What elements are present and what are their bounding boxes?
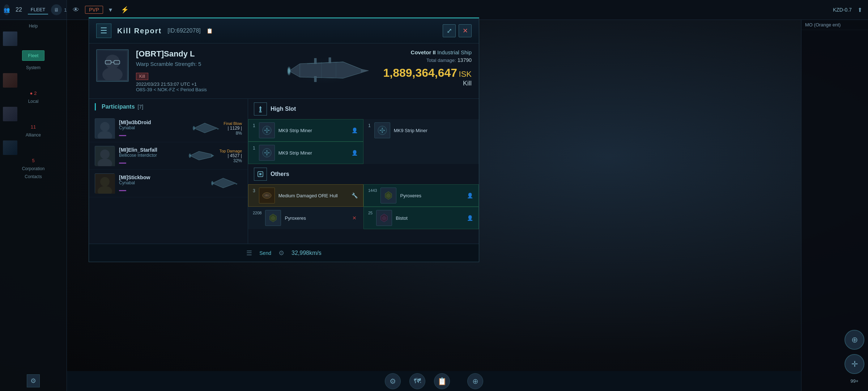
top-bar: 👁 PVP ▾ ⚡ KZD-0.7 ⬆ bbox=[67, 0, 868, 20]
faction-bar-2 bbox=[119, 163, 126, 164]
settings-icon[interactable]: ⚙ bbox=[27, 374, 40, 387]
participants-header: Participants [7] bbox=[89, 99, 248, 115]
pyroxeres-icon-1 bbox=[380, 188, 396, 203]
equip-qty-2: 1 bbox=[253, 145, 255, 151]
equip-action-wrench[interactable]: 🔧 bbox=[350, 191, 359, 200]
equip-action-x-pyr2[interactable]: ✕ bbox=[350, 214, 359, 222]
zoom-in-btn[interactable]: ⊕ bbox=[844, 330, 864, 350]
pvp-badge[interactable]: PVP bbox=[85, 6, 103, 14]
others-grid: 3 Medium Damaged ORE Hull 🔧 1443 bbox=[248, 184, 479, 229]
equip-item-strip-1[interactable]: 1 MK9 Strip Miner 👤 bbox=[248, 119, 363, 142]
equip-action-person-2[interactable]: 👤 bbox=[350, 148, 359, 157]
participant-row-1[interactable]: [MI]w3bDroid Cynabal Final Blow | 1129 bbox=[89, 115, 248, 142]
footer-speed: 32,998km/s bbox=[292, 250, 322, 256]
sidebar-player-row-3 bbox=[0, 105, 67, 123]
local-count: ● bbox=[30, 91, 33, 96]
total-damage-label: Total damage: bbox=[426, 58, 456, 63]
equip-action-person-1[interactable]: 👤 bbox=[350, 126, 359, 135]
equip-action-person-pyr1[interactable]: 👤 bbox=[465, 191, 474, 200]
participant-name-2: [MI]Elin_Starfall bbox=[119, 147, 184, 153]
bistot-icon bbox=[376, 210, 392, 226]
fleet-button[interactable]: Fleet bbox=[22, 50, 45, 61]
ore-hull-icon bbox=[259, 188, 275, 203]
equip-item-pyroxeres-2[interactable]: 2208 Pyroxeres ✕ bbox=[248, 207, 363, 229]
participant-name-3: [MI]Stickbow bbox=[119, 175, 206, 180]
bottom-icon-4[interactable]: ⊕ bbox=[467, 373, 483, 389]
participant-avatar-2 bbox=[95, 146, 115, 166]
export-button[interactable]: ⤢ bbox=[443, 24, 456, 37]
equip-name-strip-1: MK9 Strip Miner bbox=[278, 128, 346, 133]
pct-1: 8% bbox=[224, 131, 242, 136]
equip-action-person-bistot[interactable]: 👤 bbox=[465, 214, 474, 222]
players-count: 22 bbox=[13, 5, 25, 14]
corporation-count-val: 5 bbox=[32, 158, 34, 163]
svg-point-17 bbox=[100, 150, 110, 159]
pyroxeres-icon-2 bbox=[265, 210, 281, 226]
fleet-tab[interactable]: FLEET bbox=[28, 5, 48, 14]
system-label[interactable]: System bbox=[0, 64, 67, 72]
ship-class-label: Industrial Ship bbox=[437, 49, 472, 55]
equip-item-strip-r1[interactable]: 1 MK9 Strip Miner bbox=[363, 119, 479, 142]
sidebar-top-bar: 👥 22 FLEET 🖥 12 ✕ bbox=[0, 0, 67, 20]
participants-label: Participants bbox=[102, 104, 135, 110]
navigate-btn[interactable]: ✛ bbox=[844, 354, 864, 374]
bottom-icon-3[interactable]: 📋 bbox=[434, 373, 450, 389]
equip-item-ore-hull[interactable]: 3 Medium Damaged ORE Hull 🔧 bbox=[248, 184, 363, 207]
participant-avatar-3 bbox=[95, 173, 115, 193]
equip-item-strip-2[interactable]: 1 MK9 Strip Miner 👤 bbox=[248, 142, 363, 164]
copy-id-icon[interactable]: 📋 bbox=[207, 28, 213, 34]
svg-point-1 bbox=[105, 55, 120, 69]
svg-point-27 bbox=[265, 129, 268, 132]
send-button[interactable]: Send bbox=[259, 250, 271, 256]
victim-avatar bbox=[96, 49, 129, 82]
equip-name-ore: Medium Damaged ORE Hull bbox=[278, 193, 346, 198]
equip-qty-1: 1 bbox=[253, 122, 255, 129]
participant-row-2[interactable]: [MI]Elin_Starfall Bellicose Interdictor … bbox=[89, 142, 248, 170]
strip-miner-icon-2 bbox=[259, 145, 275, 161]
pct-2: 32% bbox=[220, 158, 242, 163]
bottom-icon-1[interactable]: ⚙ bbox=[385, 373, 401, 389]
victim-info-section: [OBRT]Sandy L Warp Scramble Strength: 5 … bbox=[89, 43, 479, 99]
filter-icon[interactable]: ⚡ bbox=[121, 6, 129, 14]
close-modal-button[interactable]: ✕ bbox=[459, 24, 472, 37]
help-label[interactable]: Help bbox=[0, 22, 67, 30]
equip-item-pyroxeres-1[interactable]: 1443 Pyroxeres 👤 bbox=[363, 184, 479, 207]
equip-name-pyr1: Pyroxeres bbox=[400, 193, 462, 198]
damage-1: | 1129 | bbox=[224, 126, 242, 131]
alliance-label[interactable]: Alliance bbox=[0, 131, 67, 139]
modal-header-actions: ⤢ ✕ bbox=[443, 24, 472, 37]
dropdown-chevron-icon[interactable]: ▾ bbox=[109, 6, 112, 14]
participant-name-1: [MI]w3bDroid bbox=[119, 119, 188, 125]
top-bar-action-icon[interactable]: ⬆ bbox=[858, 7, 862, 13]
participant-avatar-1 bbox=[95, 118, 115, 138]
participant-stats-1: Final Blow | 1129 | 8% bbox=[224, 121, 242, 136]
corporation-label[interactable]: Corporation bbox=[0, 165, 67, 173]
hamburger-button[interactable]: ☰ bbox=[96, 24, 111, 38]
svg-point-29 bbox=[381, 129, 384, 132]
participant-ship-1: Cynabal bbox=[119, 125, 188, 130]
participants-panel: Participants [7] [MI]w3bDroid Cynabal bbox=[89, 99, 248, 244]
top-bar-right: KZD-0.7 ⬆ bbox=[833, 7, 862, 13]
equip-item-bistot[interactable]: 25 Bistot 👤 bbox=[363, 207, 479, 229]
others-icon bbox=[254, 168, 267, 181]
participant-ship-3: Cynabal bbox=[119, 180, 206, 185]
windows-icon: 🖥 bbox=[51, 4, 62, 15]
svg-rect-7 bbox=[314, 58, 316, 64]
participant-info-2: [MI]Elin_Starfall Bellicose Interdictor bbox=[119, 147, 184, 165]
victim-face bbox=[97, 50, 128, 81]
blow-label-1: Final Blow bbox=[224, 121, 242, 126]
footer-settings-icon[interactable]: ⚙ bbox=[278, 249, 284, 257]
svg-point-15 bbox=[193, 126, 195, 130]
ship-preview bbox=[275, 49, 376, 93]
participant-row-3[interactable]: [MI]Stickbow Cynabal bbox=[89, 170, 248, 197]
equipment-panel: High Slot 1 MK9 Strip Miner 👤 bbox=[248, 99, 479, 244]
kill-tag: Kill bbox=[136, 73, 148, 80]
ship-class: Covetor II Industrial Ship bbox=[383, 49, 472, 55]
svg-point-21 bbox=[100, 177, 110, 186]
contacts-label[interactable]: Contacts bbox=[0, 173, 67, 181]
total-damage-value: 13790 bbox=[458, 57, 472, 63]
bottom-icon-2[interactable]: 🗺 bbox=[409, 373, 425, 389]
high-slot-grid: 1 MK9 Strip Miner 👤 1 bbox=[248, 119, 479, 164]
local-label[interactable]: Local bbox=[0, 97, 67, 105]
faction-bar-1 bbox=[119, 135, 126, 136]
